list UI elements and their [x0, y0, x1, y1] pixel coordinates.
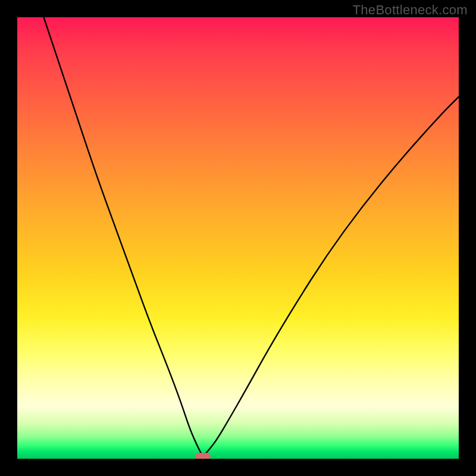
chart-frame: TheBottleneck.com	[0, 0, 476, 476]
watermark-text: TheBottleneck.com	[353, 2, 468, 18]
bottleneck-curve	[17, 17, 459, 459]
plot-area	[17, 17, 459, 459]
minimum-marker	[195, 453, 211, 459]
